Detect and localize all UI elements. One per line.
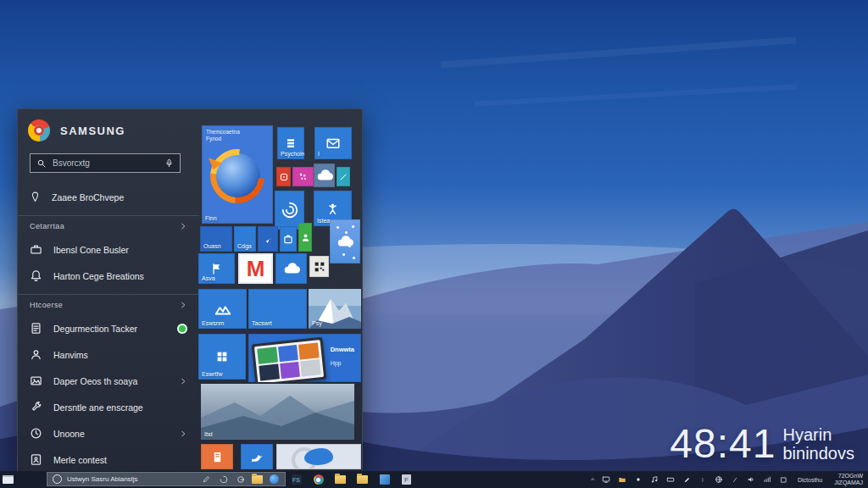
person-fill-icon [298,223,312,252]
tile-pink-app[interactable] [292,167,314,186]
tile-label: Psy [312,320,322,327]
tile-blob[interactable] [276,444,361,469]
tile-label: Psycholret [281,151,304,158]
net-icon[interactable] [762,474,773,485]
firefox-logo-icon [210,149,264,203]
slash-icon[interactable] [730,474,741,485]
tile-weather[interactable] [330,219,360,263]
tile-eswsnm[interactable]: Eswsnm [198,289,247,329]
start-menu: SAMSUNG Bsvorcxtg Zaaee BroChvepeCetarrt… [17,108,363,472]
app-dark-icon[interactable]: FS [291,474,302,485]
folder-icon[interactable] [357,474,368,485]
tile-label: Cdga [237,243,252,250]
tile-psycholret[interactable]: Psycholret [277,127,304,159]
tile-psy[interactable]: Psy [309,289,361,329]
envelope-icon [314,127,352,159]
tile-jet[interactable] [258,226,278,252]
tile-grid: ThemcoaetnaFynodFinnPsycholretIIsteaOuas… [18,109,362,471]
tile-orange[interactable] [201,444,233,469]
tile-label: Ouasn [203,243,221,250]
volume-icon[interactable] [746,474,757,485]
tray-clock[interactable]: 72OGnW JIZQAMAJ [834,473,863,486]
globe-icon[interactable] [714,474,725,485]
tray-chevron-up-icon[interactable]: ^ [591,476,594,484]
cortana-ring-icon [53,474,62,484]
blue-blob-shape [304,448,333,465]
tile-cloud2[interactable] [275,253,307,284]
swirl-mini-icon[interactable] [218,474,229,485]
news-screen-grid [254,340,324,382]
news-line2: Hpp [331,360,354,366]
tile-news[interactable]: DnwwtaHpp [248,334,361,382]
pattern-icon [292,167,314,186]
tile-ouasn[interactable]: Ouasn [200,226,232,252]
tile-label: I [318,151,320,158]
pen-mini-icon[interactable] [682,474,693,485]
tray-clock-line2: JIZQAMAJ [834,480,863,486]
tile-top-text: ThemcoaetnaFynod [206,129,240,143]
tile-bird[interactable] [241,444,273,469]
bag-icon [280,226,297,252]
cloud-icon [314,164,335,187]
dot-icon[interactable] [633,474,644,485]
tile-label: Finn [205,215,217,222]
box-icon[interactable] [778,474,789,485]
qr-icon [309,256,329,277]
tile-cdga[interactable]: Cdga [234,226,256,252]
tile-mail[interactable]: I [314,127,352,159]
slash-icon [337,167,350,186]
tile-misty[interactable]: Ibd [201,384,354,440]
folder-icon[interactable] [335,474,346,485]
folder-shape [357,475,368,484]
jet-icon [258,226,278,252]
circle-blue-icon[interactable] [269,474,280,485]
tile-label: Asva [202,275,215,282]
tile-label: Eswsnm [202,320,224,327]
tile-tacswrt[interactable]: Tacswrt [248,289,307,329]
folder-mini-icon[interactable] [617,474,628,485]
bird-icon [241,444,273,469]
bar-icon[interactable] [698,474,709,485]
desktop-clock-time: 48:41 [670,424,776,464]
tile-eswrtfw[interactable]: Eswrtfw [198,334,246,380]
news-line1: Dnwwta [331,346,354,353]
tray-clock-line1: 72OGnW [838,473,863,480]
taskbar-corner-icon[interactable] [3,475,14,484]
key-icon[interactable] [665,474,676,485]
news-tile-text: DnwwtaHpp [331,346,354,366]
tile-store[interactable] [280,226,297,252]
tile-gmail[interactable]: M [238,253,273,284]
appbox-icon [276,167,291,186]
ring-g-icon[interactable] [235,474,246,485]
doc-grey-icon[interactable]: F [401,474,412,485]
desktop-clock: 48:41 Hyarin binindovs [670,424,854,464]
tile-label: Istea [317,218,330,225]
system-tray: ^ Dictosthu 72OGnW JIZQAMAJ [591,471,863,488]
tile-teal[interactable] [337,167,350,186]
folder-shape [335,475,346,484]
chrome-icon[interactable] [313,474,324,485]
photos-icon[interactable] [379,474,390,485]
tray-icon-row [601,474,789,485]
monitor-icon[interactable] [601,474,612,485]
tile-label: Tacswrt [252,320,272,327]
taskbar-search-input[interactable]: Ustwyn Sasru Ablanstjs [47,472,286,486]
tile-contact-green[interactable] [298,223,312,252]
note-icon[interactable] [649,474,660,485]
taskbar-search-icons [201,474,280,485]
pen-icon[interactable] [201,474,212,485]
tile-label: Eswrtfw [202,371,223,378]
chrome-logo-mini [314,474,324,485]
tile-qr[interactable] [309,256,329,277]
news-screenshot [252,337,327,382]
tile-asva[interactable]: Asva [198,253,235,284]
tray-language-label[interactable]: Dictosthu [798,477,822,483]
taskbar-search-text: Ustwyn Sasru Ablanstjs [67,475,196,483]
tile-red-app[interactable] [276,167,291,186]
folder-icon[interactable] [252,474,263,485]
desktop: { "desktop": { "clock_time": "48:41", "c… [0,0,868,488]
tile-cloud-small[interactable] [314,164,335,187]
taskbar-app-icons: FSF [291,471,412,488]
tile-firefox[interactable]: ThemcoaetnaFynodFinn [202,125,273,224]
gmail-m-icon: M [238,253,273,284]
